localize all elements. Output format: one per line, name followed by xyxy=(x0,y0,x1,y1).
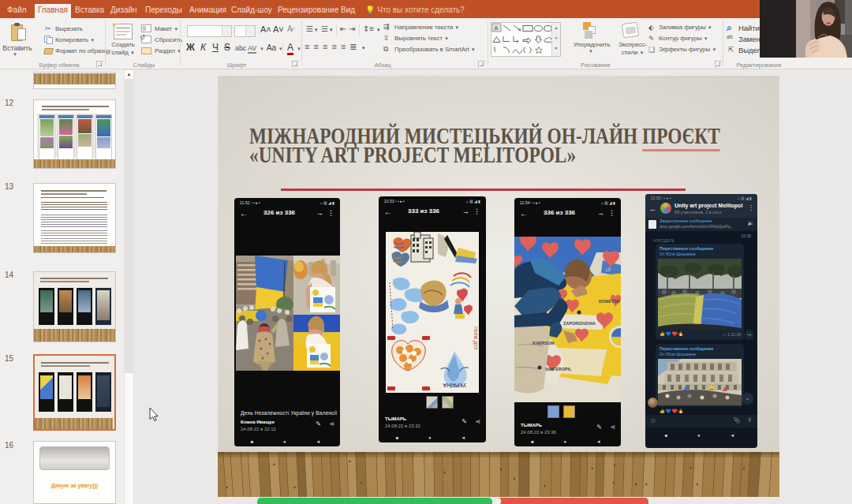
svg-text:DONETSK: DONETSK xyxy=(599,299,620,304)
svg-text:A: A xyxy=(495,25,499,31)
svg-text:LЎ: LЎ xyxy=(606,267,611,272)
svg-text:SIMFEROPIL: SIMFEROPIL xyxy=(545,367,572,371)
svg-text:ZAPORIZHZHIA: ZAPORIZHZHIA xyxy=(563,321,596,326)
svg-text:пелж дтя: пелж дтя xyxy=(473,327,479,349)
svg-text:УКРАЇНА: УКРАЇНА xyxy=(443,383,466,388)
svg-text:KHERSON: KHERSON xyxy=(532,341,555,345)
